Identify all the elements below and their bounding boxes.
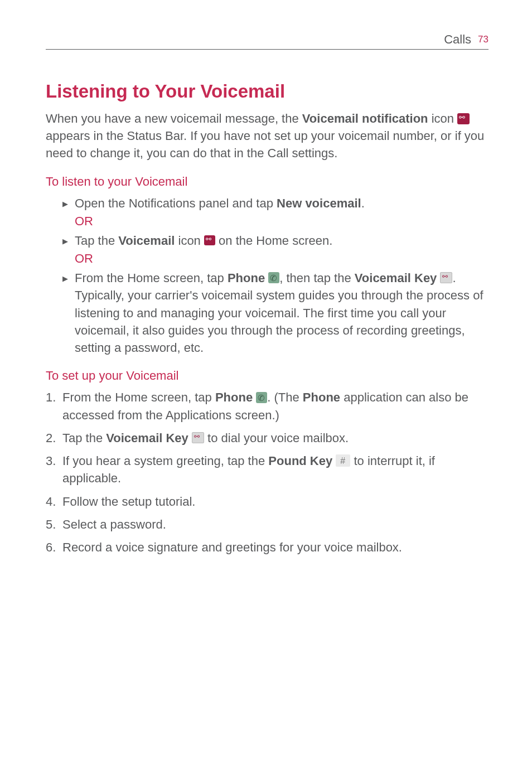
voicemail-status-icon	[457, 113, 470, 124]
text: icon	[175, 234, 204, 248]
bullet-icon: ▶	[62, 236, 75, 246]
list-item: ▶ Tap the Voicemail icon on the Home scr…	[62, 232, 489, 249]
text: Open the Notifications panel and tap	[75, 196, 277, 210]
list-item: If you hear a system greeting, tap the P…	[46, 452, 489, 487]
header-section-label: Calls	[444, 32, 471, 47]
document-page: Calls 73 Listening to Your Voicemail Whe…	[0, 0, 532, 556]
or-separator: OR	[75, 214, 489, 229]
intro-text: When you have a new voicemail message, t…	[46, 112, 302, 125]
phone-label: Phone	[303, 390, 340, 404]
bullet-text: Tap the Voicemail icon on the Home scree…	[75, 232, 489, 249]
voicemail-label: Voicemail	[118, 234, 175, 248]
text: Tap the	[62, 431, 106, 445]
bullet-icon: ▶	[62, 274, 75, 284]
voicemail-key-label: Voicemail Key	[106, 431, 188, 445]
page-header: Calls 73	[46, 32, 489, 50]
voicemail-home-icon	[204, 235, 215, 245]
phone-icon	[268, 272, 279, 283]
setup-steps: From the Home screen, tap Phone . (The P…	[46, 389, 489, 556]
list-item: ▶ Open the Notifications panel and tap N…	[62, 195, 489, 212]
pound-key-label: Pound Key	[268, 454, 332, 468]
list-item: ▶ From the Home screen, tap Phone , then…	[62, 269, 489, 356]
voicemail-key-label: Voicemail Key	[355, 271, 437, 285]
bullet-text: From the Home screen, tap Phone , then t…	[75, 269, 489, 356]
header-page-number: 73	[478, 34, 489, 45]
text: on the Home screen.	[215, 234, 332, 248]
bullet-icon: ▶	[62, 199, 75, 209]
intro-paragraph: When you have a new voicemail message, t…	[46, 110, 489, 162]
voicemail-notification-label: Voicemail notification	[302, 112, 428, 125]
or-separator: OR	[75, 251, 489, 266]
voicemail-key-icon	[440, 272, 452, 283]
text: . (The	[267, 390, 303, 404]
intro-text: icon	[428, 112, 458, 125]
page-title: Listening to Your Voicemail	[46, 81, 489, 102]
pound-key-icon	[336, 454, 350, 467]
bullet-text: Open the Notifications panel and tap New…	[75, 195, 489, 212]
text: Tap the	[75, 234, 118, 248]
text: .	[361, 196, 365, 210]
voicemail-key-icon	[192, 432, 204, 443]
phone-icon	[256, 392, 267, 403]
phone-label: Phone	[228, 271, 265, 285]
listen-steps: ▶ Open the Notifications panel and tap N…	[46, 195, 489, 357]
list-item: From the Home screen, tap Phone . (The P…	[46, 389, 489, 423]
listen-heading: To listen to your Voicemail	[46, 175, 489, 189]
new-voicemail-label: New voicemail	[277, 196, 361, 210]
text: From the Home screen, tap	[75, 271, 228, 285]
list-item: Record a voice signature and greetings f…	[46, 539, 489, 556]
text: to dial your voice mailbox.	[204, 431, 349, 445]
text: From the Home screen, tap	[62, 390, 215, 404]
list-item: Tap the Voicemail Key to dial your voice…	[46, 429, 489, 447]
text: If you hear a system greeting, tap the	[62, 454, 268, 468]
intro-text: appears in the Status Bar. If you have n…	[46, 129, 484, 160]
text: , then tap the	[279, 271, 355, 285]
phone-label: Phone	[215, 390, 253, 404]
setup-heading: To set up your Voicemail	[46, 369, 489, 383]
list-item: Follow the setup tutorial.	[46, 493, 489, 510]
list-item: Select a password.	[46, 516, 489, 533]
